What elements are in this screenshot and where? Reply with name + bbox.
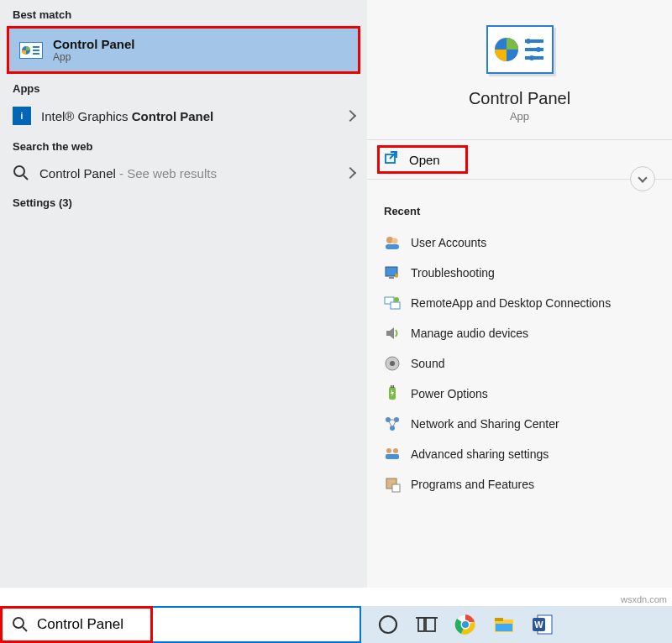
control-panel-icon-large xyxy=(486,25,554,74)
programs-features-icon xyxy=(384,476,401,493)
settings-header[interactable]: Settings (3) xyxy=(0,188,367,214)
power-options-icon xyxy=(384,385,401,402)
svg-rect-18 xyxy=(389,277,394,279)
svg-point-44 xyxy=(462,621,469,628)
web-header: Search the web xyxy=(0,132,367,158)
chevron-down-icon xyxy=(638,173,647,182)
word-icon[interactable]: W xyxy=(531,613,554,636)
svg-rect-47 xyxy=(496,624,512,631)
sound-icon xyxy=(384,355,401,372)
remoteapp-icon xyxy=(384,295,401,311)
open-icon xyxy=(384,150,399,169)
troubleshooting-icon xyxy=(384,264,401,281)
recent-item[interactable]: RemoteApp and Desktop Connections xyxy=(384,288,655,318)
chevron-right-icon xyxy=(344,167,356,179)
svg-point-35 xyxy=(13,618,24,628)
audio-devices-icon xyxy=(384,325,401,342)
svg-rect-25 xyxy=(391,385,392,388)
control-panel-icon xyxy=(19,42,43,59)
search-results-pane: Best match Control Panel App Apps i Inte… xyxy=(0,0,367,588)
svg-point-12 xyxy=(529,55,534,60)
svg-line-5 xyxy=(24,175,28,180)
svg-text:W: W xyxy=(534,619,543,630)
advanced-sharing-icon xyxy=(384,446,401,463)
svg-point-37 xyxy=(380,616,396,633)
recent-item[interactable]: Programs and Features xyxy=(384,469,655,499)
search-input[interactable] xyxy=(37,616,349,633)
chrome-icon[interactable] xyxy=(454,613,477,636)
user-accounts-icon xyxy=(384,234,401,251)
svg-point-8 xyxy=(526,39,531,44)
svg-point-31 xyxy=(393,448,398,453)
open-label: Open xyxy=(409,153,440,167)
preview-subtitle: App xyxy=(510,110,529,123)
svg-rect-32 xyxy=(386,454,399,459)
svg-point-21 xyxy=(394,297,399,302)
file-explorer-icon[interactable] xyxy=(492,613,516,636)
recent-item[interactable]: Manage audio devices xyxy=(384,318,655,348)
preview-title: Control Panel xyxy=(469,89,570,108)
cortana-icon[interactable] xyxy=(376,613,400,636)
recent-item[interactable]: Troubleshooting xyxy=(384,258,655,288)
intel-icon: i xyxy=(13,107,31,125)
best-match-header: Best match xyxy=(0,0,367,26)
web-result-label: Control Panel - See web results xyxy=(39,166,336,180)
task-view-icon[interactable] xyxy=(415,613,438,636)
svg-rect-46 xyxy=(495,618,503,621)
network-sharing-icon xyxy=(384,416,401,432)
svg-point-15 xyxy=(392,238,398,244)
search-box[interactable] xyxy=(0,606,361,643)
watermark: wsxdn.com xyxy=(621,594,667,604)
web-result[interactable]: Control Panel - See web results xyxy=(0,158,367,188)
svg-rect-2 xyxy=(33,50,39,51)
best-match-result[interactable]: Control Panel App xyxy=(7,26,360,74)
svg-rect-16 xyxy=(386,244,399,249)
recent-item[interactable]: Advanced sharing settings xyxy=(384,439,655,469)
preview-pane: Control Panel App Open Recent User Accou… xyxy=(367,0,672,588)
best-match-subtitle: App xyxy=(53,51,135,63)
expand-button[interactable] xyxy=(630,166,655,191)
svg-point-4 xyxy=(14,166,24,176)
recent-item[interactable]: User Accounts xyxy=(384,227,655,258)
svg-rect-1 xyxy=(33,46,39,48)
svg-rect-38 xyxy=(418,618,424,631)
apps-result-intel[interactable]: i Intel® Graphics Control Panel xyxy=(0,100,367,132)
svg-line-36 xyxy=(23,627,27,631)
search-icon xyxy=(12,616,29,633)
chevron-right-icon xyxy=(344,110,356,122)
taskbar: W xyxy=(361,606,672,643)
svg-point-10 xyxy=(536,47,541,52)
svg-rect-3 xyxy=(33,53,39,55)
svg-rect-20 xyxy=(391,302,400,309)
recent-header: Recent xyxy=(384,205,655,217)
recent-item[interactable]: Network and Sharing Center xyxy=(384,409,655,439)
open-action[interactable]: Open xyxy=(367,140,672,180)
recent-item[interactable]: Sound xyxy=(384,348,655,379)
recent-item[interactable]: Power Options xyxy=(384,379,655,409)
apps-result-label: Intel® Graphics Control Panel xyxy=(41,109,336,123)
svg-rect-39 xyxy=(426,618,435,631)
svg-rect-26 xyxy=(393,385,395,388)
svg-rect-34 xyxy=(392,484,400,492)
svg-point-30 xyxy=(386,448,391,453)
svg-point-23 xyxy=(390,361,395,366)
search-icon xyxy=(13,165,29,181)
best-match-title: Control Panel xyxy=(53,37,135,51)
apps-header: Apps xyxy=(0,74,367,100)
